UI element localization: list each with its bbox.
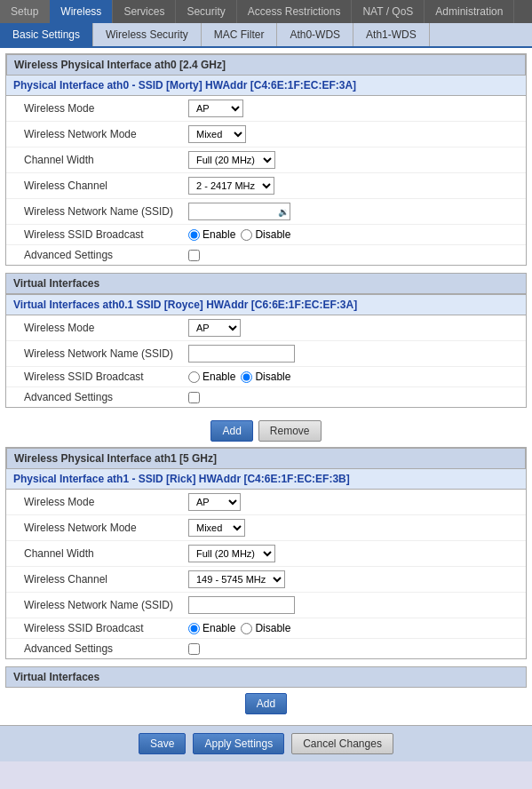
tab-ath1-wds[interactable]: Ath1-WDS	[353, 23, 430, 46]
nav-setup[interactable]: Setup	[0, 0, 50, 23]
ath1-ssid-control	[188, 596, 295, 614]
ath1-network-mode-row: Wireless Network Mode Mixed B-Only	[6, 515, 526, 541]
ath1-channel-width-label: Channel Width	[24, 547, 188, 560]
nav-services[interactable]: Services	[113, 0, 176, 23]
ath0-advanced-label: Advanced Settings	[24, 249, 188, 261]
nav-security[interactable]: Security	[176, 0, 236, 23]
apply-settings-button[interactable]: Apply Settings	[193, 733, 284, 754]
ath0-advanced-control	[188, 250, 200, 261]
ath0-channel-width-control: Full (20 MHz) Half (10 MHz)	[188, 151, 275, 169]
ath0-ssid-broadcast-label: Wireless SSID Broadcast	[24, 228, 188, 241]
add-virtual-ath0-button[interactable]: Add	[210, 420, 252, 442]
bottom-bar: Save Apply Settings Cancel Changes	[0, 725, 532, 761]
vath0-wireless-mode-control: AP Client	[188, 319, 241, 337]
ath1-interface-title: Physical Interface ath1 - SSID [Rick] HW…	[6, 469, 526, 490]
ath0-disable-radio[interactable]	[241, 229, 252, 241]
vath0-advanced-row: Advanced Settings	[6, 387, 526, 407]
ath0-channel-row: Wireless Channel 2 - 2417 MHz 1 - 2412 M…	[6, 173, 526, 199]
virtual-section-0-header: Virtual Interfaces	[5, 273, 527, 294]
ath1-channel-width-row: Channel Width Full (20 MHz) Half (10 MHz…	[6, 541, 526, 567]
sub-navigation: Basic Settings Wireless Security MAC Fil…	[0, 23, 532, 48]
ath0-section-header: Wireless Physical Interface ath0 [2.4 GH…	[6, 54, 526, 76]
vath0-wireless-mode-select[interactable]: AP Client	[188, 319, 241, 337]
ath0-network-mode-control: Mixed B-Only G-Only N-Only	[188, 125, 246, 143]
vath0-advanced-label: Advanced Settings	[24, 391, 188, 403]
ath0-enable-text: Enable	[202, 228, 235, 241]
tab-ath0-wds[interactable]: Ath0-WDS	[277, 23, 353, 46]
ath0-enable-radio[interactable]	[188, 229, 200, 241]
ath0-wireless-mode-select[interactable]: AP Client Adhoc	[188, 100, 243, 117]
ath1-block: Wireless Physical Interface ath1 [5 GHz]…	[5, 447, 527, 659]
ath0-ssid-control: 🔉	[188, 203, 290, 220]
vath0-disable-radio[interactable]	[241, 371, 252, 383]
ath0-channel-label: Wireless Channel	[24, 179, 188, 192]
ath0-block: Wireless Physical Interface ath0 [2.4 GH…	[5, 53, 527, 266]
ath0-network-mode-label: Wireless Network Mode	[24, 128, 188, 140]
add-virtual-ath1-button[interactable]: Add	[245, 693, 287, 714]
ath0-interface-title: Physical Interface ath0 - SSID [Morty] H…	[6, 76, 526, 96]
ath1-disable-text: Disable	[255, 622, 290, 634]
ath1-enable-radio[interactable]	[188, 623, 200, 634]
nav-access-restrictions[interactable]: Access Restrictions	[237, 0, 353, 23]
remove-virtual-ath0-button[interactable]: Remove	[258, 420, 322, 442]
vath0-enable-text: Enable	[202, 371, 235, 383]
vath0-advanced-checkbox[interactable]	[188, 392, 200, 403]
vath0-advanced-control	[188, 392, 200, 403]
tab-mac-filter[interactable]: MAC Filter	[202, 23, 278, 46]
ath0-channel-width-select[interactable]: Full (20 MHz) Half (10 MHz)	[188, 151, 275, 169]
ath1-channel-control: 149 - 5745 MHz 36 - 5180 MHz	[188, 570, 285, 588]
ath0-ssid-label: Wireless Network Name (SSID)	[24, 205, 188, 218]
cancel-changes-button[interactable]: Cancel Changes	[291, 733, 393, 754]
ath1-ssid-broadcast-row: Wireless SSID Broadcast Enable Disable	[6, 618, 526, 639]
nav-wireless[interactable]: Wireless	[50, 0, 113, 23]
vath0-enable-label[interactable]: Enable	[188, 371, 235, 383]
ath1-advanced-checkbox[interactable]	[188, 643, 200, 655]
vath0-wireless-mode-label: Wireless Mode	[24, 322, 188, 334]
ath1-disable-radio[interactable]	[241, 623, 252, 634]
save-button[interactable]: Save	[139, 733, 186, 754]
ath0-network-mode-row: Wireless Network Mode Mixed B-Only G-Onl…	[6, 122, 526, 147]
ath0-channel-select[interactable]: 2 - 2417 MHz 1 - 2412 MHz 3 - 2422 MHz	[188, 177, 274, 195]
ath0-ssid-input[interactable]	[188, 203, 290, 220]
nav-administration[interactable]: Administration	[425, 0, 514, 23]
ath1-channel-select[interactable]: 149 - 5745 MHz 36 - 5180 MHz	[188, 570, 285, 588]
virtual-section-1-header: Virtual Interfaces	[5, 666, 527, 688]
vath0-disable-label[interactable]: Disable	[241, 371, 290, 383]
tab-basic-settings[interactable]: Basic Settings	[0, 23, 93, 46]
ath0-enable-label[interactable]: Enable	[188, 228, 235, 241]
vath0-disable-text: Disable	[255, 371, 290, 383]
ath1-channel-row: Wireless Channel 149 - 5745 MHz 36 - 518…	[6, 567, 526, 593]
vath0-ssid-control	[188, 345, 295, 363]
vath0-ssid-broadcast-row: Wireless SSID Broadcast Enable Disable	[6, 367, 526, 387]
vath0-enable-radio[interactable]	[188, 371, 200, 383]
ath1-wireless-mode-control: AP Client	[188, 493, 241, 511]
ath0-wireless-mode-label: Wireless Mode	[24, 102, 188, 115]
ath1-enable-label[interactable]: Enable	[188, 622, 235, 634]
ath0-disable-text: Disable	[255, 228, 290, 241]
ath1-ssid-label: Wireless Network Name (SSID)	[24, 599, 188, 611]
ath0-ssid-broadcast-row: Wireless SSID Broadcast Enable Disable	[6, 225, 526, 245]
ath0-ssid-row: Wireless Network Name (SSID) 🔉	[6, 199, 526, 225]
ssid-icon: 🔉	[278, 207, 289, 217]
top-navigation: Setup Wireless Services Security Access …	[0, 0, 532, 23]
vath0-ssid-broadcast-label: Wireless SSID Broadcast	[24, 371, 188, 383]
ath1-section-header: Wireless Physical Interface ath1 [5 GHz]	[6, 448, 526, 469]
ath1-ssid-input[interactable]	[188, 596, 295, 614]
nav-nat-qos[interactable]: NAT / QoS	[352, 0, 425, 23]
ath1-ssid-broadcast-control: Enable Disable	[188, 622, 290, 634]
vath0-ssid-input[interactable]	[188, 345, 295, 363]
ath1-disable-label[interactable]: Disable	[241, 622, 290, 634]
ath0-ssid-broadcast-control: Enable Disable	[188, 228, 290, 241]
ath1-wireless-mode-select[interactable]: AP Client	[188, 493, 241, 511]
virtual-ath0-block: Virtual Interfaces ath0.1 SSID [Royce] H…	[5, 294, 527, 408]
ath1-ssid-row: Wireless Network Name (SSID)	[6, 593, 526, 618]
ath0-network-mode-select[interactable]: Mixed B-Only G-Only N-Only	[188, 125, 246, 143]
ath1-channel-width-select[interactable]: Full (20 MHz) Half (10 MHz)	[188, 545, 275, 562]
tab-wireless-security[interactable]: Wireless Security	[93, 23, 202, 46]
ath1-network-mode-select[interactable]: Mixed B-Only	[188, 519, 245, 537]
ath1-network-mode-label: Wireless Network Mode	[24, 522, 188, 534]
ath0-advanced-checkbox[interactable]	[188, 250, 200, 261]
ath0-disable-label[interactable]: Disable	[241, 228, 290, 241]
ath1-channel-width-control: Full (20 MHz) Half (10 MHz)	[188, 545, 275, 562]
ath0-wireless-mode-control: AP Client Adhoc	[188, 100, 243, 117]
